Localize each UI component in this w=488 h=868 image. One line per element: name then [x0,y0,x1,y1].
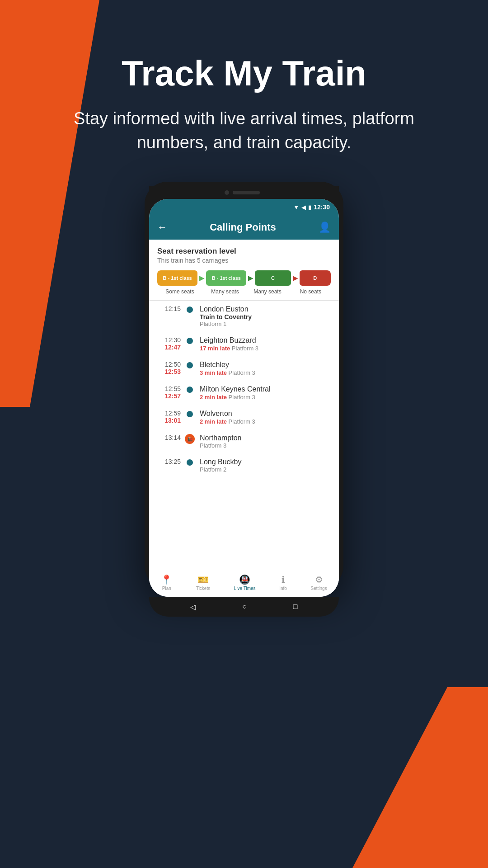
carriage-d: D [300,270,331,286]
app-bar-title: Calling Points [210,222,276,233]
stop-time-bletchley: 12:50 12:53 [157,361,181,375]
stop-long-buckby: 13:25 Long Buckby Platform 2 [149,453,339,477]
nav-plan[interactable]: 📍 Plan [161,574,172,591]
settings-icon: ⚙ [315,574,323,585]
seat-reservation-title: Seat reservation level [157,247,331,256]
battery-icon: ▮ [308,204,311,211]
carriage-b2: B - 1st class [206,270,246,286]
info-leighton: Leighton Buzzard 17 min late Platform 3 [200,336,331,352]
timeline-mk [185,385,194,393]
stop-time-london: 12:15 [157,305,181,312]
page-subtitle: Stay informed with live arrival times, p… [0,107,488,155]
timeline-wolverton [185,410,194,417]
tickets-icon: 🎫 [197,574,209,585]
home-back-btn[interactable]: ◁ [190,603,196,611]
camera-dot [225,190,229,195]
wifi-icon: ▼ [293,204,299,211]
info-wolverton: Wolverton 2 min late Platform 3 [200,410,331,425]
phone-inner: ▼ ◀ ▮ 12:30 ← Calling Points 👤 Seat rese… [149,199,339,597]
phone-notch [149,186,339,199]
timeline-long-buckby [185,458,194,466]
nav-live-times[interactable]: 🚇 Live Times [234,574,256,591]
connector-1: ▶ [199,274,204,282]
timeline-london [185,305,194,313]
nav-tickets[interactable]: 🎫 Tickets [196,574,210,591]
info-long-buckby: Long Buckby Platform 2 [200,458,331,473]
carriage-labels: Some seats Many seats Many seats No seat… [157,288,331,295]
speaker-bar [233,191,260,194]
stop-time-mk: 12:55 12:57 [157,385,181,400]
train-current-icon: 🚂 [187,437,192,442]
seat-reservation-section: Seat reservation level This train has 5 … [149,240,339,301]
connector-2: ▶ [248,274,253,282]
timeline-leighton [185,336,194,344]
dot-leighton [187,338,193,344]
app-bar: ← Calling Points 👤 [149,215,339,240]
page-title: Track My Train [0,54,488,93]
carriage-b1: B - 1st class [157,270,197,286]
dot-mk [187,387,193,393]
carriages-row: B - 1st class ▶ B - 1st class ▶ C ▶ D [157,270,331,286]
connector-3: ▶ [293,274,298,282]
orange-decoration-bottom [352,687,488,868]
home-circle-btn[interactable]: ○ [242,603,247,611]
dot-bletchley [187,362,193,368]
phone-wrapper: ▼ ◀ ▮ 12:30 ← Calling Points 👤 Seat rese… [0,182,488,589]
nav-live-times-label: Live Times [234,586,256,591]
info-nav-icon: ℹ [282,574,285,585]
carriage-c: C [255,270,291,286]
nav-info-label: Info [279,586,287,591]
timeline-northampton: 🚂 [185,434,194,444]
bottom-nav: 📍 Plan 🎫 Tickets 🚇 Live Times ℹ Info [149,568,339,597]
stop-bletchley: 12:50 12:53 Bletchley 3 min late Platfor… [149,356,339,381]
label-no-seats: No seats [287,288,321,295]
back-button[interactable]: ← [157,222,167,233]
live-times-icon: 🚇 [239,574,250,585]
nav-settings[interactable]: ⚙ Settings [311,574,327,591]
timeline-section: 12:15 London Euston Train to Coventry Pl… [149,301,339,568]
stop-wolverton: 12:59 13:01 Wolverton 2 min late Platfor… [149,405,339,429]
phone-home-area: ◁ ○ □ [149,597,339,617]
timeline-bletchley [185,361,194,368]
page-header: Track My Train Stay informed with live a… [0,0,488,182]
dot-london [187,307,193,313]
label-many-seats-2: Many seats [248,288,287,295]
stop-time-long-buckby: 13:25 [157,458,181,465]
stop-leighton-buzzard: 12:30 12:47 Leighton Buzzard 17 min late… [149,332,339,356]
nav-plan-label: Plan [162,586,171,591]
nav-info[interactable]: ℹ Info [279,574,287,591]
home-square-btn[interactable]: □ [293,603,298,611]
status-bar: ▼ ◀ ▮ 12:30 [149,199,339,215]
stop-time-northampton: 13:14 [157,434,181,441]
phone-mockup: ▼ ◀ ▮ 12:30 ← Calling Points 👤 Seat rese… [145,182,343,589]
info-northampton: Northampton Platform 3 [200,434,331,449]
signal-icon: ◀ [301,204,306,211]
label-some-seats: Some seats [157,288,202,295]
nav-tickets-label: Tickets [196,586,210,591]
stop-northampton: 13:14 🚂 Northampton Platform 3 [149,429,339,453]
content-area: Seat reservation level This train has 5 … [149,240,339,597]
info-london: London Euston Train to Coventry Platform… [200,305,331,327]
status-time: 12:30 [314,203,330,211]
stop-time-leighton: 12:30 12:47 [157,336,181,351]
stop-london-euston: 12:15 London Euston Train to Coventry Pl… [149,301,339,332]
plan-icon: 📍 [161,574,172,585]
seat-reservation-subtitle: This train has 5 carriages [157,257,331,264]
dot-northampton-current: 🚂 [185,434,195,444]
dot-long-buckby [187,459,193,466]
dot-wolverton [187,411,193,417]
stop-time-wolverton: 12:59 13:01 [157,410,181,424]
account-icon[interactable]: 👤 [319,222,331,233]
nav-settings-label: Settings [311,586,327,591]
status-icons: ▼ ◀ ▮ 12:30 [293,203,330,211]
stop-milton-keynes: 12:55 12:57 Milton Keynes Central 2 min … [149,381,339,405]
label-many-seats-1: Many seats [202,288,248,295]
info-mk: Milton Keynes Central 2 min late Platfor… [200,385,331,401]
info-bletchley: Bletchley 3 min late Platform 3 [200,361,331,376]
